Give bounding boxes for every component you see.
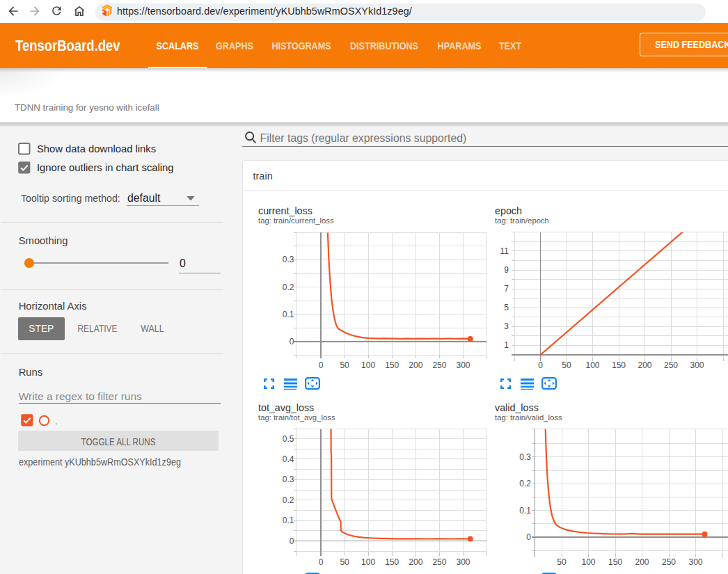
svg-text:150: 150 [385, 360, 399, 370]
svg-text:0: 0 [526, 532, 531, 542]
svg-text:250: 250 [432, 557, 446, 567]
svg-text:0.3: 0.3 [283, 255, 294, 264]
svg-text:0: 0 [290, 536, 294, 546]
svg-text:0: 0 [319, 360, 324, 370]
svg-text:11: 11 [500, 246, 509, 256]
svg-text:0.2: 0.2 [519, 479, 531, 488]
svg-text:150: 150 [385, 557, 399, 567]
svg-text:50: 50 [562, 360, 571, 370]
svg-text:200: 200 [409, 557, 422, 567]
svg-text:0: 0 [290, 337, 294, 346]
svg-text:200: 200 [409, 360, 422, 370]
svg-text:100: 100 [361, 557, 375, 567]
svg-text:0.2: 0.2 [283, 495, 294, 505]
svg-text:250: 250 [432, 360, 446, 370]
svg-text:0.4: 0.4 [283, 454, 294, 464]
svg-text:50: 50 [340, 557, 349, 567]
svg-text:0.3: 0.3 [283, 475, 294, 484]
svg-text:300: 300 [688, 557, 702, 567]
svg-text:300: 300 [456, 360, 470, 370]
svg-text:5: 5 [504, 303, 509, 312]
svg-text:0.2: 0.2 [283, 282, 294, 292]
svg-text:200: 200 [635, 557, 649, 567]
svg-text:200: 200 [638, 360, 651, 370]
svg-text:150: 150 [612, 360, 626, 370]
svg-text:250: 250 [662, 557, 676, 567]
svg-text:150: 150 [608, 557, 622, 567]
svg-text:300: 300 [456, 557, 470, 567]
svg-text:0.1: 0.1 [519, 506, 531, 516]
svg-text:50: 50 [340, 360, 349, 370]
svg-text:100: 100 [581, 557, 595, 567]
svg-text:0.3: 0.3 [519, 452, 531, 462]
svg-text:0.5: 0.5 [283, 434, 294, 444]
svg-text:9: 9 [504, 265, 509, 275]
svg-text:0.1: 0.1 [283, 310, 294, 319]
svg-text:0: 0 [538, 360, 543, 370]
svg-text:3: 3 [504, 321, 509, 331]
svg-text:0: 0 [319, 557, 324, 567]
svg-text:50: 50 [557, 557, 567, 567]
svg-text:7: 7 [504, 284, 509, 294]
svg-text:300: 300 [690, 360, 704, 370]
svg-text:100: 100 [585, 360, 599, 370]
svg-text:100: 100 [361, 360, 375, 370]
svg-text:1: 1 [504, 340, 509, 350]
svg-text:0.1: 0.1 [283, 516, 294, 525]
svg-text:250: 250 [664, 360, 678, 370]
